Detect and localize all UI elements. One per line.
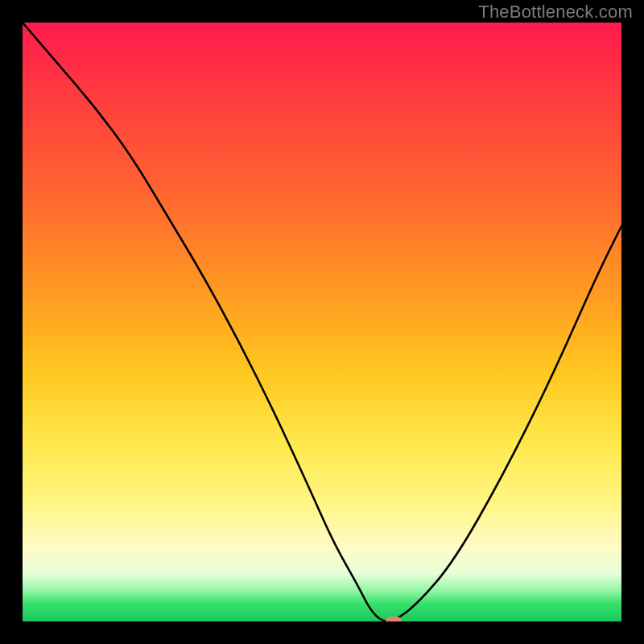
curve-svg xyxy=(23,23,621,621)
optimal-marker xyxy=(386,617,402,621)
plot-area xyxy=(23,23,621,621)
bottleneck-curve xyxy=(23,23,621,621)
watermark-text: TheBottleneck.com xyxy=(478,2,633,23)
chart-frame: TheBottleneck.com xyxy=(0,0,644,644)
